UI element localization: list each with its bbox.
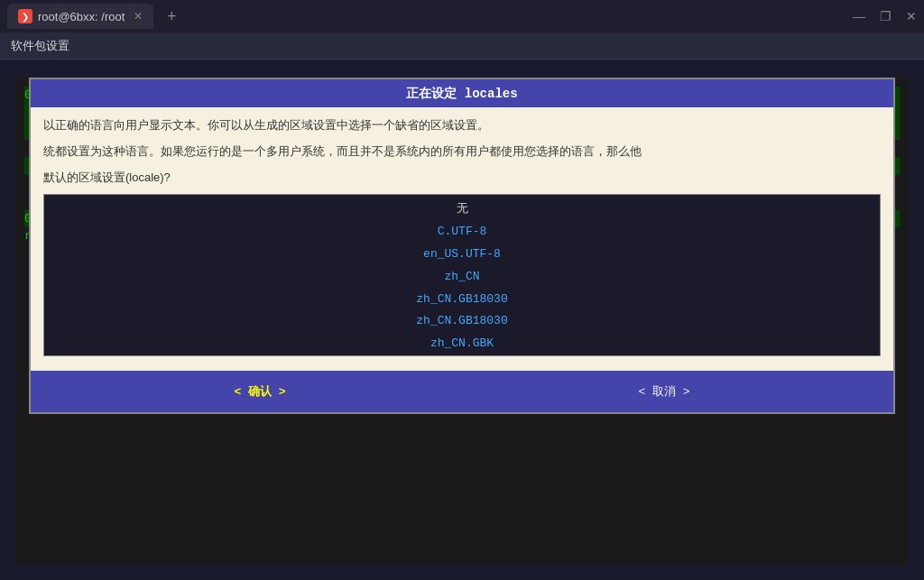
dialog-description2: 统都设置为这种语言。如果您运行的是一个多用户系统，而且并不是系统内的所有用户都使…: [43, 143, 881, 161]
dialog-buttons: < 确认 > < 取消 >: [31, 371, 893, 412]
dialog-question: 默认的区域设置(locale)?: [43, 169, 881, 188]
confirm-button[interactable]: < 确认 >: [219, 380, 300, 403]
locale-option-enus[interactable]: en_US.UTF-8: [44, 244, 880, 266]
locale-option-zhcngb18030-2[interactable]: zh_CN.GB18030: [44, 310, 880, 333]
locale-option-zhcn[interactable]: zh_CN: [44, 266, 880, 289]
locale-option-zhcngbk[interactable]: zh_CN.GBK: [44, 333, 880, 355]
titlebar: root@6bxx: /root ✕ + — ❐ ✕: [0, 0, 924, 32]
tab-close-icon[interactable]: ✕: [134, 10, 143, 23]
new-tab-button[interactable]: +: [161, 5, 182, 27]
dialog-header: 正在设定 locales: [31, 79, 893, 107]
locale-option-none[interactable]: 无: [44, 198, 880, 221]
locale-option-zhcngb18030-1[interactable]: zh_CN.GB18030: [44, 289, 880, 311]
menubar-title: 软件包设置: [11, 38, 69, 54]
locales-dialog: 正在设定 locales 以正确的语言向用户显示文本。你可以从生成的区域设置中选…: [29, 78, 895, 414]
terminal-icon: [18, 9, 32, 23]
maximize-button[interactable]: ❐: [880, 9, 892, 23]
minimize-button[interactable]: —: [853, 9, 865, 23]
locale-option-cutf8[interactable]: C.UTF-8: [44, 221, 880, 244]
cancel-button[interactable]: < 取消 >: [624, 380, 704, 403]
dialog-body: 以正确的语言向用户显示文本。你可以从生成的区域设置中选择一个缺省的区域设置。 统…: [31, 107, 893, 371]
close-button[interactable]: ✕: [906, 9, 917, 23]
dialog-description: 以正确的语言向用户显示文本。你可以从生成的区域设置中选择一个缺省的区域设置。: [43, 116, 881, 135]
terminal-area: Generating locales (this might take a wh…: [15, 78, 909, 565]
dialog-title: 正在设定 locales: [406, 87, 517, 101]
tab-title: root@6bxx: /root: [38, 10, 125, 23]
dialog-description2-text: 统都设置为这种语言。如果您运行的是一个多用户系统，而且并不是系统内的所有用户都使…: [43, 144, 642, 158]
menubar: 软件包设置: [0, 32, 924, 60]
locale-list[interactable]: 无 C.UTF-8 en_US.UTF-8 zh_CN zh_CN.GB1803…: [43, 194, 881, 356]
locale-option-zhcnutf8[interactable]: zh_CN.UTF-8: [44, 355, 880, 356]
dialog-description-text: 以正确的语言向用户显示文本。你可以从生成的区域设置中选择一个缺省的区域设置。: [43, 118, 489, 132]
terminal-tab[interactable]: root@6bxx: /root ✕: [7, 4, 153, 29]
dialog-overlay: 正在设定 locales 以正确的语言向用户显示文本。你可以从生成的区域设置中选…: [15, 78, 909, 565]
window-controls: — ❐ ✕: [853, 9, 917, 23]
